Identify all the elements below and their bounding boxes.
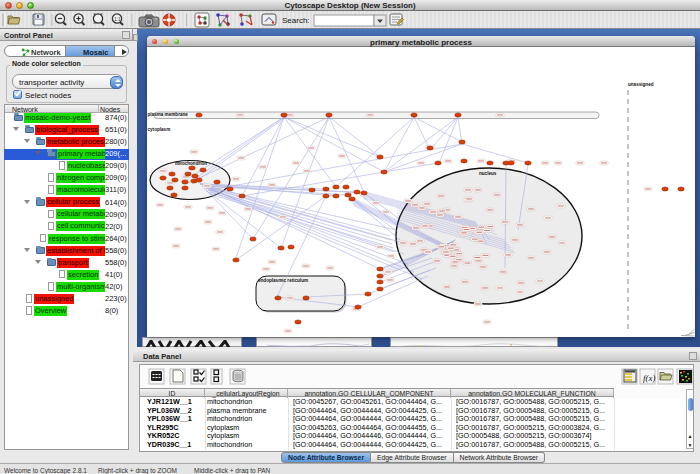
svg-text:Search:: Search: <box>282 16 310 25</box>
svg-text:mitochondrion: mitochondrion <box>175 161 207 166</box>
svg-text:cytoplasm: cytoplasm <box>148 127 171 132</box>
svg-text:f(x): f(x) <box>643 373 656 383</box>
svg-text:endoplasmic reticulum: endoplasmic reticulum <box>258 278 308 283</box>
svg-text:nucleus: nucleus <box>479 171 497 176</box>
svg-text:plasma membrane: plasma membrane <box>148 112 189 117</box>
svg-text:unassigned: unassigned <box>628 82 654 87</box>
svg-text:1:1: 1:1 <box>114 17 121 22</box>
